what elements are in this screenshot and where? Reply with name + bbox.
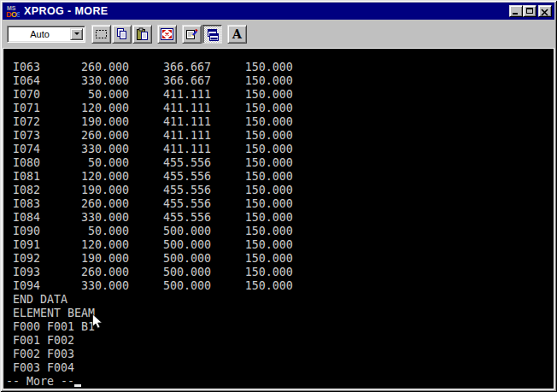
window-title: XPROG - MORE [24,5,509,17]
console-line: I064 330.000 366.667 150.000 [6,74,554,88]
console-line: I084 330.000 455.556 150.000 [6,211,554,225]
toolbar: Auto [3,20,554,48]
font-size-select[interactable]: Auto [7,26,85,43]
console-line: I081 120.000 455.556 150.000 [6,170,554,184]
ms-dos-icon[interactable]: MS D O S [6,4,20,18]
console-line: I082 190.000 455.556 150.000 [6,184,554,197]
console-line: F001 F002 [6,334,554,348]
background-windows-icon [206,28,220,42]
maximize-button[interactable] [523,5,536,17]
console-line: I090 50.000 500.000 150.000 [6,225,554,238]
console-line: F000 F001 B1 [6,320,554,334]
selection-marquee-icon [94,27,108,41]
console-line: F003 F004 [6,361,554,375]
console-line: I063 260.000 366.667 150.000 [6,61,554,74]
console-line: I071 120.000 411.111 150.000 [6,102,554,115]
font-a-icon: A [230,27,244,41]
paste-icon [135,27,150,41]
close-icon [539,8,551,18]
properties-button[interactable] [182,25,202,44]
close-button[interactable] [538,5,552,17]
mark-button[interactable] [91,25,111,44]
maximize-icon [526,8,533,14]
console-output[interactable]: I063 260.000 366.667 150.000 I064 330.00… [3,48,554,389]
console-line: I094 330.000 500.000 150.000 [6,279,554,293]
svg-text:S: S [16,10,20,18]
svg-text:A: A [232,27,243,41]
fullscreen-button[interactable] [157,25,177,44]
xprog-window: MS D O S XPROG - MORE Auto [0,0,557,392]
console-line: ELEMENT BEAM [6,307,554,320]
console-line: I072 190.000 411.111 150.000 [6,115,554,129]
dropdown-arrow-icon[interactable] [70,28,83,40]
font-button[interactable]: A [227,25,247,44]
background-button[interactable] [202,25,222,44]
properties-icon [185,27,199,41]
font-size-value: Auto [9,29,70,39]
titlebar[interactable]: MS D O S XPROG - MORE [3,3,554,20]
minimize-icon [513,13,518,15]
copy-button[interactable] [112,25,132,44]
console-line: I073 260.000 411.111 150.000 [6,129,554,143]
console-line: I070 50.000 411.111 150.000 [6,88,554,102]
fullscreen-arrows-icon [160,27,174,41]
console-line: F002 F003 [6,348,554,361]
console-line: END DATA [6,293,554,307]
console-line: I091 120.000 500.000 150.000 [6,238,554,252]
text-cursor [74,384,81,387]
console-line: I092 190.000 500.000 150.000 [6,252,554,266]
console-line: I083 260.000 455.556 150.000 [6,197,554,211]
paste-button[interactable] [132,25,152,44]
copy-icon [114,27,129,41]
console-line: I080 50.000 455.556 150.000 [6,156,554,170]
minimize-button[interactable] [509,5,523,17]
console-line: I093 260.000 500.000 150.000 [6,266,554,279]
console-line: -- More -- [6,375,554,389]
console-line: I074 330.000 411.111 150.000 [6,143,554,156]
